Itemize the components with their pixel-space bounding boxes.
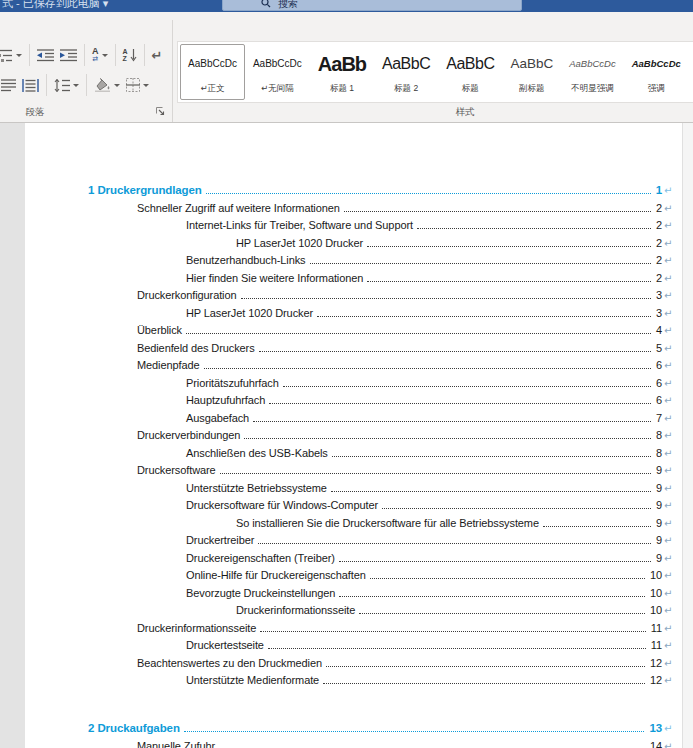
toc-entry[interactable]: Druckerkonfiguration3↵ xyxy=(25,285,682,303)
paragraph-return-mark: ↵ xyxy=(662,482,674,495)
toc-entry[interactable]: Schneller Zugriff auf weitere Informatio… xyxy=(25,197,682,215)
toc-entry[interactable]: Benutzerhandbuch-Links2↵ xyxy=(25,250,682,268)
toc-entry[interactable]: Beachtenswertes zu den Druckmedien12↵ xyxy=(25,652,682,670)
asian-layout-button[interactable]: A ⇄ xyxy=(89,45,111,65)
dot-leader xyxy=(310,263,651,264)
toc-page-number: 10 xyxy=(648,587,662,600)
decrease-indent-button[interactable] xyxy=(34,46,57,65)
paragraph-return-mark: ↵ xyxy=(662,722,674,735)
style-item-emphasis[interactable]: AaBbCcDc强调 xyxy=(624,44,689,100)
toc-page-number: 10 xyxy=(648,569,662,582)
toc-entry-text: So installieren Sie die Druckersoftware … xyxy=(236,517,541,530)
toc-page-number: 14 xyxy=(648,740,662,748)
toc-entry[interactable]: Druckertestseite11↵ xyxy=(25,635,682,653)
toc-entry-text: Druckerverbindungen xyxy=(137,429,242,442)
toc-entry-text: Druckerkonfiguration xyxy=(137,289,239,302)
paragraph-return-mark: ↵ xyxy=(662,429,674,442)
toc-entry[interactable]: Druckerinformationsseite10↵ xyxy=(25,600,682,618)
styles-gallery: AaBbCcDc↵正文AaBbCcDc↵无间隔AaBb标题 1AaBbC标题 2… xyxy=(177,41,693,103)
toc-entry[interactable]: So installieren Sie die Druckersoftware … xyxy=(25,512,682,530)
toc-page-number: 5 xyxy=(654,342,662,355)
toc-entry[interactable]: Druckerverbindungen8↵ xyxy=(25,425,682,443)
dot-leader xyxy=(332,456,651,457)
line-spacing-button[interactable] xyxy=(51,76,82,95)
toc-entry[interactable]: HP LaserJet 1020 Drucker2↵ xyxy=(25,232,682,250)
dot-leader xyxy=(260,631,646,632)
toc-page-number: 4 xyxy=(654,324,662,337)
style-item-heading1[interactable]: AaBb标题 1 xyxy=(310,44,374,100)
justify-button[interactable] xyxy=(0,76,19,95)
style-item-heading2[interactable]: AaBbC标题 2 xyxy=(374,44,438,100)
style-label: 副标题 xyxy=(519,83,545,95)
style-item-no-spacing[interactable]: AaBbCcDc↵无间隔 xyxy=(245,44,310,100)
paragraph-return-mark: ↵ xyxy=(662,324,674,337)
chevron-down-icon xyxy=(114,84,120,90)
toc-page-number: 2 xyxy=(654,219,662,232)
document-page[interactable]: 1 Druckergrundlagen1↵Schneller Zugriff a… xyxy=(25,123,682,748)
toc-entry[interactable]: Prioritätszufuhrfach6↵ xyxy=(25,372,682,390)
chevron-down-icon xyxy=(73,84,79,90)
paragraph-return-mark: ↵ xyxy=(662,307,674,320)
vertical-scrollbar[interactable] xyxy=(682,123,693,748)
show-hide-marks-icon: ↵ xyxy=(152,49,163,62)
dot-leader xyxy=(339,596,645,597)
distribute-text-button[interactable] xyxy=(19,76,42,95)
sort-icon: A Z xyxy=(123,48,128,62)
toc-entry[interactable]: Unterstützte Betriebssysteme9↵ xyxy=(25,477,682,495)
toc-entry[interactable]: Bedienfeld des Druckers5↵ xyxy=(25,337,682,355)
toc-entry[interactable]: Druckerinformationsseite11↵ xyxy=(25,617,682,635)
toc-entry-text: Manuelle Zufuhr xyxy=(137,740,217,748)
toc-entry[interactable]: Internet-Links für Treiber, Software und… xyxy=(25,215,682,233)
style-label: 标题 1 xyxy=(330,83,354,95)
dot-leader xyxy=(184,731,645,732)
style-item-title[interactable]: AaBbC标题 xyxy=(438,44,502,100)
sort-button[interactable]: A Z xyxy=(120,45,140,65)
paragraph-dialog-launcher[interactable] xyxy=(156,107,165,116)
toc-entry-text: HP LaserJet 1020 Drucker xyxy=(186,307,315,320)
toc-entry-text: Anschließen des USB-Kabels xyxy=(186,447,330,460)
toc-page-number: 2 xyxy=(654,272,662,285)
multilevel-list-button[interactable] xyxy=(0,45,25,65)
toc-entry[interactable]: Bevorzugte Druckeinstellungen10↵ xyxy=(25,582,682,600)
increase-indent-button[interactable] xyxy=(57,46,80,65)
toc-entry[interactable]: HP LaserJet 1020 Drucker3↵ xyxy=(25,302,682,320)
toc-entry[interactable]: Druckereigenschaften (Treiber)9↵ xyxy=(25,547,682,565)
toc-page-number: 9 xyxy=(654,464,662,477)
search-box[interactable]: 搜索 xyxy=(222,0,522,11)
toc-entry[interactable]: Online-Hilfe für Druckereigenschaften10↵ xyxy=(25,565,682,583)
dot-leader xyxy=(204,368,651,369)
show-hide-marks-button[interactable]: ↵ xyxy=(149,46,166,65)
toc-entry[interactable]: Hauptzufuhrfach6↵ xyxy=(25,390,682,408)
style-item-subtle-emphasis[interactable]: AaBbCcDc不明显强调 xyxy=(561,44,623,100)
paragraph-return-mark: ↵ xyxy=(662,622,674,635)
toc-entry[interactable]: Druckersoftware9↵ xyxy=(25,460,682,478)
toc-entry[interactable]: Druckertreiber9↵ xyxy=(25,530,682,548)
toc-entry[interactable]: Manuelle Zufuhr14↵ xyxy=(25,735,682,748)
toc-entry[interactable]: Anschließen des USB-Kabels8↵ xyxy=(25,442,682,460)
style-item-subtitle[interactable]: AaBbC副标题 xyxy=(502,44,561,100)
style-item-intense-emphasis[interactable]: AaBb明显强调 xyxy=(689,44,693,100)
toc-entry[interactable]: Medienpfade6↵ xyxy=(25,355,682,373)
paragraph-return-mark: ↵ xyxy=(662,237,674,250)
toc-entry[interactable]: Druckersoftware für Windows-Computer9↵ xyxy=(25,495,682,513)
shading-button[interactable] xyxy=(91,75,123,95)
toc-entry[interactable]: Hier finden Sie weitere Informationen2↵ xyxy=(25,267,682,285)
toc-page-number: 9 xyxy=(654,482,662,495)
toc-page-number: 8 xyxy=(654,429,662,442)
style-item-normal[interactable]: AaBbCcDc↵正文 xyxy=(180,44,245,100)
toc-page-number: 1 xyxy=(654,184,662,197)
borders-button[interactable] xyxy=(123,75,152,95)
style-preview: AaBbC xyxy=(510,57,553,71)
toc-entry[interactable]: Unterstützte Medienformate12↵ xyxy=(25,670,682,688)
toc-chapter-entry[interactable]: 2 Druckaufgaben13↵ xyxy=(25,715,682,735)
dot-leader xyxy=(367,281,651,282)
paragraph-group-label: 段落 xyxy=(0,106,70,119)
dot-leader xyxy=(317,316,651,317)
paragraph-return-mark: ↵ xyxy=(662,657,674,670)
style-label: 标题 2 xyxy=(394,83,418,95)
window-title[interactable]: 式 - 已保存到此电脑 ▾ xyxy=(2,0,108,11)
toc-entry[interactable]: Ausgabefach7↵ xyxy=(25,407,682,425)
toc-chapter-entry[interactable]: 1 Druckergrundlagen1↵ xyxy=(25,177,682,197)
toc-entry[interactable]: Überblick4↵ xyxy=(25,320,682,338)
toc-entry-text: Unterstützte Medienformate xyxy=(186,674,321,687)
